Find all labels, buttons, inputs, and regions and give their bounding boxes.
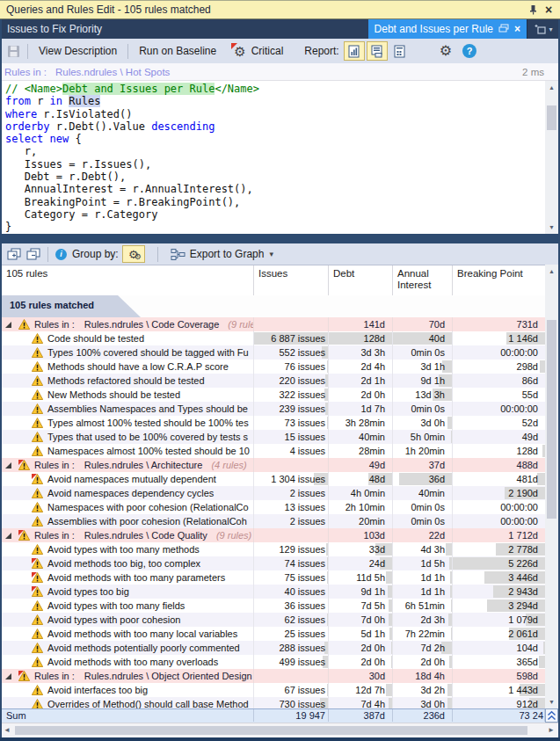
- rule-row[interactable]: Namespaces with poor cohesion (Relationa…: [2, 500, 545, 514]
- scroll-down-icon[interactable]: ▼: [545, 221, 558, 234]
- critical-toggle-label[interactable]: Critical: [248, 41, 287, 61]
- view-description-button[interactable]: View Description: [35, 41, 120, 61]
- issues-cell: 25 issues: [254, 627, 329, 641]
- rule-row[interactable]: Avoid methods potentially poorly comment…: [2, 641, 545, 655]
- sum-annual-interest: 236d: [393, 709, 452, 722]
- group-row[interactable]: Rules in :Rules.ndrules \ Code Quality(9…: [2, 528, 545, 542]
- group-row[interactable]: Rules in :Rules.ndrules \ Code Coverage(…: [2, 317, 545, 331]
- annual-interest-cell: 0min 0s: [393, 402, 453, 416]
- scrollbar-thumb[interactable]: [15, 726, 527, 735]
- expander-icon[interactable]: [4, 672, 12, 680]
- breadcrumb-path[interactable]: Rules.ndrules \ Hot Spots: [55, 67, 170, 77]
- new-query-tab-button[interactable]: ▾: [527, 19, 560, 39]
- scroll-right-icon[interactable]: ►: [548, 726, 555, 734]
- close-icon[interactable]: ×: [541, 3, 556, 17]
- rule-row[interactable]: Avoid types too big40 issues9d 1h1d 1h2 …: [2, 585, 545, 599]
- rule-row[interactable]: Namespaces almost 100% tested should be …: [2, 444, 545, 458]
- warning-icon: [32, 432, 43, 442]
- warning-icon: [32, 628, 43, 639]
- rule-name-cell: Assemblies Namespaces and Types should b…: [2, 402, 254, 416]
- debt-cell: 49d: [329, 458, 393, 472]
- rule-row[interactable]: Assemblies with poor cohesion (Relationa…: [2, 514, 545, 528]
- column-header-breaking-point[interactable]: Breaking Point: [453, 265, 545, 295]
- issues-cell: 74 issues: [254, 556, 329, 570]
- expander-icon[interactable]: [4, 321, 12, 329]
- tab-close-icon[interactable]: ×: [514, 23, 520, 35]
- warning-icon: [32, 418, 43, 428]
- rule-row[interactable]: Overrides of Method() should call base M…: [2, 697, 545, 708]
- scrollbar-thumb[interactable]: [547, 320, 556, 519]
- expand-all-icon[interactable]: [7, 248, 21, 261]
- table-vertical-scrollbar[interactable]: ▲ ▼: [545, 265, 558, 708]
- annual-interest-cell: 5h 0min: [393, 430, 453, 444]
- scrollbar-thumb[interactable]: [547, 105, 556, 130]
- expander-icon[interactable]: [4, 461, 12, 469]
- rule-row[interactable]: Avoid methods too big, too complex74 iss…: [2, 556, 545, 570]
- cqlinq-code-editor[interactable]: // <Name>Debt and Issues per Rule</Name>…: [2, 81, 545, 234]
- rule-row[interactable]: Types 100% covered should be tagged with…: [2, 345, 545, 360]
- rules-matched-tab[interactable]: 105 rules matched: [2, 295, 141, 317]
- rule-row[interactable]: Avoid types with too many fields36 issue…: [2, 599, 545, 613]
- expander-icon[interactable]: [4, 532, 12, 540]
- column-header-issues[interactable]: Issues: [254, 265, 329, 295]
- debt-cell: 2h 10min: [329, 500, 393, 514]
- report-chart-button[interactable]: [344, 41, 365, 61]
- rule-row[interactable]: New Methods should be tested322 issues2d…: [2, 388, 545, 402]
- rule-row[interactable]: Code should be tested6 887 issues128d40d…: [2, 331, 545, 345]
- annual-interest-cell: 3d 0h: [393, 416, 453, 430]
- code-line: Debt = r.Debt(),: [5, 171, 545, 183]
- rule-row[interactable]: Avoid types with too many methods129 iss…: [2, 542, 545, 556]
- run-on-baseline-button[interactable]: Run on Baseline: [135, 41, 220, 61]
- rule-name: Avoid methods with too many parameters: [47, 570, 225, 585]
- editor-vertical-scrollbar[interactable]: ▲ ▼: [545, 81, 558, 234]
- breaking-point-cell: 731d: [453, 317, 545, 331]
- warning-icon: [18, 319, 30, 330]
- column-header-rules[interactable]: 105 rules: [2, 265, 254, 295]
- window-title: Queries and Rules Edit - 105 rules match…: [0, 4, 525, 16]
- group-row[interactable]: Rules in :Rules.ndrules \ Architecture(4…: [2, 458, 545, 472]
- rule-row[interactable]: Types almost 100% tested should be 100% …: [2, 416, 545, 430]
- report-export-button[interactable]: [367, 41, 388, 61]
- table-horizontal-scrollbar[interactable]: ◄ ►: [0, 723, 560, 737]
- rule-name-cell: Avoid interfaces too big: [2, 683, 254, 697]
- scroll-up-icon[interactable]: ▲: [545, 81, 558, 94]
- breaking-point-cell: 00:00:00: [453, 345, 545, 360]
- debt-cell: 128d: [329, 331, 393, 345]
- group-by-settings-button[interactable]: ⚙ ⚙: [122, 245, 145, 263]
- rule-row[interactable]: Methods should have a low C.R.A.P score7…: [2, 360, 545, 374]
- group-row[interactable]: Rules in :Rules.ndrules \ Object Oriente…: [2, 669, 545, 683]
- save-icon[interactable]: [7, 45, 20, 58]
- rule-row[interactable]: Avoid interfaces too big67 issues12d 7h3…: [2, 683, 545, 697]
- collapse-all-icon[interactable]: [26, 248, 40, 261]
- annual-interest-cell: 3d 2h: [393, 683, 453, 697]
- help-icon[interactable]: ?: [462, 44, 476, 58]
- collapse-sum-button[interactable]: [545, 708, 558, 723]
- scroll-down-icon[interactable]: ▼: [545, 695, 558, 708]
- rule-row[interactable]: Avoid types with poor cohesion62 issues7…: [2, 613, 545, 627]
- rule-row[interactable]: Avoid methods with too many overloads499…: [2, 655, 545, 669]
- rule-row[interactable]: Avoid methods with too many parameters75…: [2, 570, 545, 585]
- scroll-left-icon[interactable]: ◄: [4, 726, 11, 734]
- rule-row[interactable]: Avoid namespaces dependency cycles2 issu…: [2, 486, 545, 500]
- chevron-down-icon[interactable]: ▾: [269, 250, 273, 258]
- rule-name-cell: Methods should have a low C.R.A.P score: [2, 360, 254, 374]
- annual-interest-cell: 36d: [393, 472, 453, 486]
- rule-row[interactable]: Methods refactored should be tested220 i…: [2, 374, 545, 388]
- settings-gear-icon[interactable]: ⚙: [440, 44, 452, 58]
- rule-row[interactable]: Assemblies Namespaces and Types should b…: [2, 402, 545, 416]
- export-to-graph-button[interactable]: Export to Graph: [190, 248, 265, 260]
- info-icon: i: [55, 249, 67, 260]
- warning-icon: [32, 361, 43, 372]
- pin-icon[interactable]: [525, 3, 541, 17]
- column-header-annual-interest[interactable]: Annual Interest: [393, 265, 453, 295]
- splitter-handle[interactable]: [0, 234, 560, 243]
- report-grid-button[interactable]: [389, 41, 411, 61]
- tab-debt-and-issues-per-rule[interactable]: Debt and Issues per Rule ×: [368, 19, 527, 39]
- separator: [27, 44, 28, 59]
- column-header-debt[interactable]: Debt: [329, 265, 393, 295]
- rule-row[interactable]: Avoid methods with too many local variab…: [2, 627, 545, 641]
- rule-row[interactable]: Types that used to be 100% covered by te…: [2, 430, 545, 444]
- rule-row[interactable]: Avoid namespaces mutually dependent1 304…: [2, 472, 545, 486]
- critical-gear-icon[interactable]: ⚙: [234, 45, 245, 58]
- scroll-up-icon[interactable]: ▲: [545, 265, 558, 278]
